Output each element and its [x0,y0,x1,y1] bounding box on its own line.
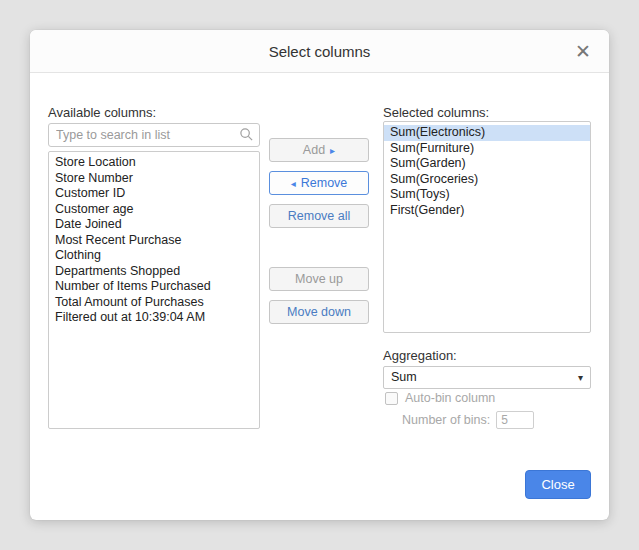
aggregation-select[interactable]: Sum ▾ [383,366,591,389]
dialog-header: Select columns ✕ [30,30,609,73]
list-item[interactable]: Sum(Garden) [384,156,590,172]
list-item[interactable]: Sum(Toys) [384,187,590,203]
search-input[interactable] [48,123,260,147]
list-item[interactable]: Most Recent Purchase [49,233,259,249]
remove-all-button-label: Remove all [288,209,351,223]
search-icon [239,127,254,142]
list-item[interactable]: Customer ID [49,186,259,202]
move-up-button-label: Move up [295,272,343,286]
auto-bin-row: Auto-bin column [385,391,495,405]
selected-columns-label: Selected columns: [383,105,489,120]
auto-bin-label: Auto-bin column [405,391,495,405]
search-field-wrap [48,123,260,147]
number-of-bins-label: Number of bins: [402,413,490,427]
list-item[interactable]: Sum(Furniture) [384,141,590,157]
dialog-title: Select columns [30,43,609,60]
move-down-button-label: Move down [287,305,351,319]
selected-columns-list[interactable]: Sum(Electronics) Sum(Furniture) Sum(Gard… [383,121,591,333]
list-item[interactable]: Store Location [49,155,259,171]
select-columns-dialog: Select columns ✕ Available columns: Stor… [30,30,609,520]
remove-button-label: Remove [301,176,348,190]
add-button-label: Add [303,143,325,157]
aggregation-label: Aggregation: [383,348,457,363]
available-columns-list[interactable]: Store Location Store Number Customer ID … [48,151,260,429]
list-item[interactable]: Date Joined [49,217,259,233]
list-item[interactable]: First(Gender) [384,203,590,219]
arrow-right-icon: ▸ [330,145,335,156]
auto-bin-checkbox[interactable] [385,392,398,405]
list-item[interactable]: Departments Shopped [49,264,259,280]
move-up-button[interactable]: Move up [269,267,369,291]
close-icon[interactable]: ✕ [571,40,595,64]
add-button[interactable]: Add ▸ [269,138,369,162]
list-item[interactable]: Store Number [49,171,259,187]
close-button[interactable]: Close [525,470,591,499]
list-item[interactable]: Sum(Groceries) [384,172,590,188]
aggregation-selected-value: Sum [391,370,417,384]
number-of-bins-input[interactable] [496,411,534,429]
remove-button[interactable]: ◂ Remove [269,171,369,195]
available-columns-label: Available columns: [48,105,156,120]
list-item[interactable]: Clothing [49,248,259,264]
list-item[interactable]: Customer age [49,202,259,218]
list-item-selected[interactable]: Sum(Electronics) [384,125,590,141]
list-item[interactable]: Filtered out at 10:39:04 AM [49,310,259,326]
list-item[interactable]: Number of Items Purchased [49,279,259,295]
list-item[interactable]: Total Amount of Purchases [49,295,259,311]
arrow-left-icon: ◂ [291,178,296,189]
chevron-down-icon: ▾ [578,367,583,388]
remove-all-button[interactable]: Remove all [269,204,369,228]
move-down-button[interactable]: Move down [269,300,369,324]
close-button-label: Close [541,477,574,492]
number-of-bins-row: Number of bins: [402,411,534,429]
